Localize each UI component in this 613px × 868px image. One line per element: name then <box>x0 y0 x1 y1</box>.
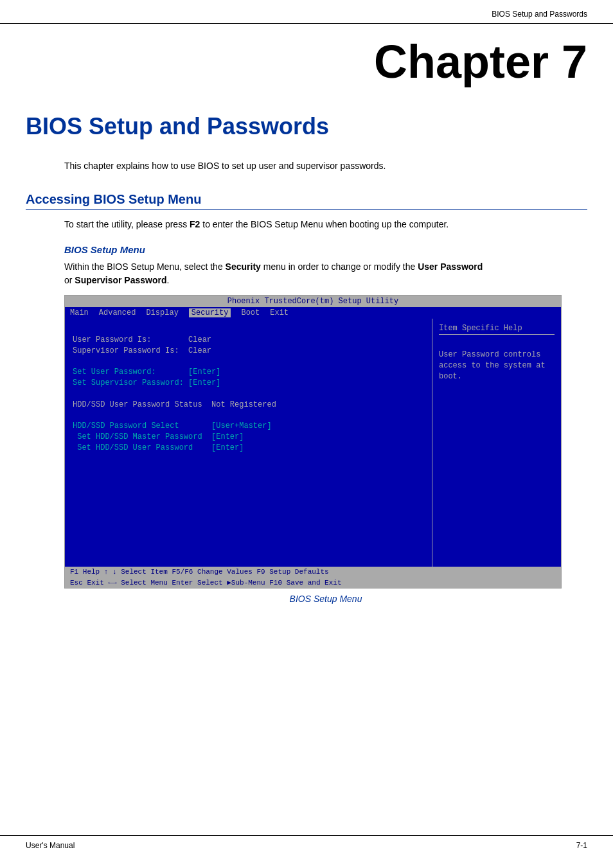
bios-line <box>73 454 424 465</box>
bios-line: HDD/SSD User Password Status Not Registe… <box>73 400 424 411</box>
bios-right-line <box>439 382 555 393</box>
bios-right-line <box>439 414 555 425</box>
bios-menu-boot[interactable]: Boot <box>241 308 260 317</box>
bios-line <box>73 411 424 421</box>
bios-status-text-1: F1 Help ↑ ↓ Select Item F5/F6 Change Val… <box>70 568 329 576</box>
bios-line <box>73 475 424 486</box>
intro-text: This chapter explains how to use BIOS to… <box>64 159 450 173</box>
header-title: BIOS Setup and Passwords <box>492 10 587 19</box>
bios-line <box>73 497 424 508</box>
bios-caption: BIOS Setup Menu <box>64 594 587 604</box>
bios-line: User Password Is: Clear <box>73 335 424 346</box>
bios-right-line: access to the system at <box>439 360 555 371</box>
bios-right-line <box>439 457 555 468</box>
footer-left: User's Manual <box>26 841 75 850</box>
bios-line: HDD/SSD Password Select [User+Master] <box>73 421 424 432</box>
bios-line: Supervisor Password Is: Clear <box>73 346 424 357</box>
bios-line: Set User Password: [Enter] <box>73 367 424 378</box>
bios-right-line <box>439 447 555 457</box>
main-content: BIOS Setup and Passwords This chapter ex… <box>0 94 613 630</box>
bios-left-panel: User Password Is: Clear Supervisor Passw… <box>65 319 432 567</box>
bios-line <box>73 551 424 562</box>
bios-line <box>73 540 424 551</box>
bios-right-line <box>439 425 555 436</box>
bios-status-text-2: Esc Exit ←→ Select Menu Enter Select ▶Su… <box>70 578 342 587</box>
chapter-label: Chapter 7 <box>26 37 587 87</box>
page-header: BIOS Setup and Passwords <box>0 0 613 24</box>
bios-status-bar-1: F1 Help ↑ ↓ Select Item F5/F6 Change Val… <box>65 567 561 577</box>
page-title: BIOS Setup and Passwords <box>26 113 587 140</box>
section-heading-accessing: Accessing BIOS Setup Menu <box>26 192 587 210</box>
section-body-accessing: To start the utility, please press F2 to… <box>64 218 587 231</box>
bios-right-title: Item Specific Help <box>439 324 555 335</box>
bios-line <box>73 518 424 529</box>
bios-line: Set HDD/SSD Master Password [Enter] <box>73 432 424 443</box>
bios-right-panel: Item Specific Help User Password control… <box>432 319 561 567</box>
bios-body: User Password Is: Clear Supervisor Passw… <box>65 319 561 567</box>
page-container: BIOS Setup and Passwords Chapter 7 BIOS … <box>0 0 613 868</box>
subsection-body-bios: Within the BIOS Setup Menu, select the S… <box>64 260 488 287</box>
bios-line <box>73 465 424 475</box>
bios-right-line <box>439 479 555 490</box>
bios-right-line <box>439 436 555 447</box>
bios-screenshot: Phoenix TrustedCore(tm) Setup Utility Ma… <box>64 295 562 589</box>
page-footer: User's Manual 7-1 <box>0 835 613 855</box>
bios-line <box>73 486 424 497</box>
bios-line <box>73 389 424 400</box>
bios-right-line: User Password controls <box>439 350 555 360</box>
chapter-section: Chapter 7 <box>0 24 613 94</box>
bios-menu-security[interactable]: Security <box>189 308 231 317</box>
bios-line: Set HDD/SSD User Password [Enter] <box>73 443 424 454</box>
bios-right-line <box>439 339 555 350</box>
bios-menu-bar: Main Advanced Display Security Boot Exit <box>65 307 561 319</box>
bios-right-line <box>439 393 555 403</box>
bios-right-line <box>439 403 555 414</box>
bios-title-bar: Phoenix TrustedCore(tm) Setup Utility <box>65 296 561 307</box>
bios-line <box>73 529 424 540</box>
bios-menu-main[interactable]: Main <box>70 308 89 317</box>
bios-menu-advanced[interactable]: Advanced <box>99 308 136 317</box>
bios-menu-display[interactable]: Display <box>146 308 178 317</box>
bios-menu-exit[interactable]: Exit <box>270 308 289 317</box>
bios-line <box>73 324 424 335</box>
bios-right-line: boot. <box>439 371 555 382</box>
subsection-heading-bios: BIOS Setup Menu <box>64 244 587 255</box>
footer-right: 7-1 <box>576 841 587 850</box>
bios-line <box>73 508 424 518</box>
bios-status-bar-2: Esc Exit ←→ Select Menu Enter Select ▶Su… <box>65 577 561 588</box>
bios-line: Set Supervisor Password: [Enter] <box>73 378 424 389</box>
bios-line <box>73 357 424 368</box>
bios-right-line <box>439 468 555 479</box>
